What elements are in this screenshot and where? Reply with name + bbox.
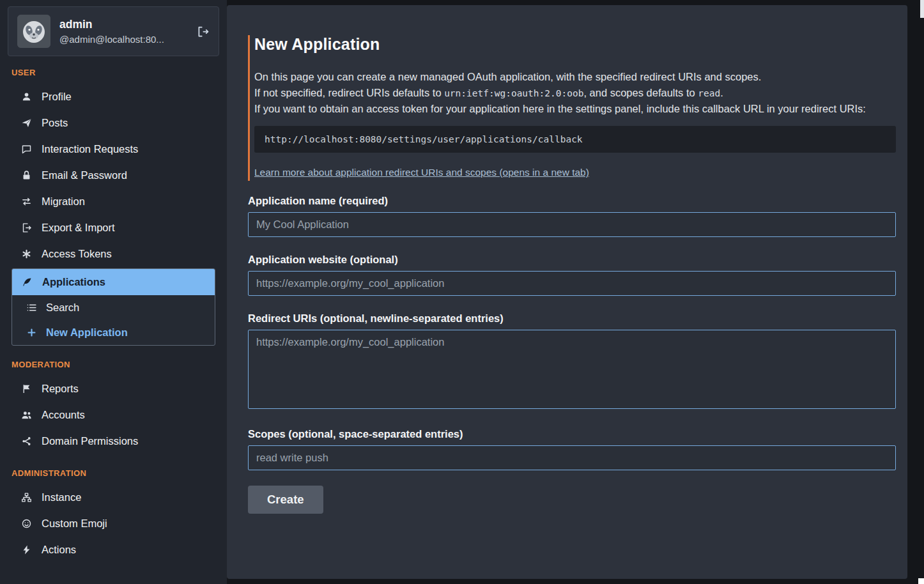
user-name: admin [59, 18, 187, 31]
transfer-arrows-icon [21, 196, 33, 207]
redirect-uris-textarea[interactable] [248, 330, 896, 409]
section-header-user: USER [0, 68, 227, 77]
sidebar-item-label: Accounts [42, 409, 85, 421]
asterisk-icon [21, 249, 33, 259]
text-fragment: , and scopes defaults to [583, 87, 698, 98]
sidebar-item-label: Search [46, 302, 79, 314]
speech-bubble-icon [21, 144, 33, 155]
sidebar-item-access-tokens[interactable]: Access Tokens [0, 241, 227, 267]
application-name-label: Application name (required) [248, 195, 896, 207]
sidebar-item-label: Email & Password [42, 169, 127, 181]
lock-icon [21, 170, 33, 181]
scopes-label: Scopes (optional, space-separated entrie… [248, 428, 896, 440]
sitemap-icon [21, 492, 33, 503]
sidebar-item-posts[interactable]: Posts [0, 110, 227, 136]
flag-icon [21, 383, 33, 394]
application-website-input[interactable] [248, 271, 896, 296]
inline-code-read: read [698, 88, 720, 98]
intro-line-2: If not specified, redirect URIs defaults… [254, 85, 896, 101]
smiley-icon [21, 518, 33, 529]
sidebar-item-label: Posts [42, 117, 68, 129]
sidebar-item-label: Instance [42, 491, 81, 503]
sidebar-item-label: Actions [42, 544, 76, 556]
sidebar-item-applications-search[interactable]: Search [12, 295, 215, 320]
user-card[interactable]: admin @admin@localhost:80... [8, 6, 219, 56]
intro-text: On this page you can create a new manage… [254, 69, 896, 116]
sidebar-item-interaction-requests[interactable]: Interaction Requests [0, 136, 227, 162]
section-header-moderation: MODERATION [0, 360, 227, 369]
sidebar-item-applications[interactable]: Applications [12, 269, 215, 295]
sidebar-item-migration[interactable]: Migration [0, 188, 227, 215]
sidebar-item-actions[interactable]: Actions [0, 537, 227, 563]
sidebar-item-profile[interactable]: Profile [0, 84, 227, 110]
sidebar-item-reports[interactable]: Reports [0, 376, 227, 402]
paper-plane-icon [21, 118, 33, 128]
intro-line-1: On this page you can create a new manage… [254, 69, 896, 85]
file-export-icon [21, 222, 33, 233]
logout-icon[interactable] [196, 25, 210, 38]
list-icon [26, 302, 38, 313]
sidebar-item-domain-permissions[interactable]: Domain Permissions [0, 428, 227, 454]
sidebar-item-label: Export & Import [42, 222, 115, 234]
callback-url-code[interactable]: http://localhost:8080/settings/user/appl… [254, 126, 896, 153]
sidebar-item-label: Reports [42, 383, 79, 395]
application-website-label: Application website (optional) [248, 254, 896, 266]
sidebar-item-label: Access Tokens [42, 248, 112, 260]
feather-icon [22, 277, 33, 288]
inline-code-oob: urn:ietf:wg:oauth:2.0:oob [444, 88, 583, 98]
sidebar-item-applications-new[interactable]: New Application [12, 320, 215, 345]
sidebar-item-label: Profile [42, 91, 72, 103]
sidebar-item-accounts[interactable]: Accounts [0, 402, 227, 428]
bolt-icon [21, 544, 33, 555]
intro-block: New Application On this page you can cre… [248, 35, 896, 181]
plus-icon [26, 327, 38, 338]
create-button[interactable]: Create [248, 486, 323, 514]
user-handle: @admin@localhost:80... [59, 34, 187, 45]
new-application-form: Application name (required) Application … [248, 195, 896, 514]
sidebar-item-export-import[interactable]: Export & Import [0, 215, 227, 241]
intro-line-3: If you want to obtain an access token fo… [254, 101, 896, 117]
person-icon [21, 91, 33, 102]
sidebar-item-label: Migration [42, 196, 85, 208]
vertical-scrollbar-thumb[interactable] [920, 0, 924, 18]
sidebar-item-email-password[interactable]: Email & Password [0, 162, 227, 188]
scrollbar-corner [918, 578, 924, 584]
text-fragment: If not specified, redirect URIs defaults… [254, 87, 444, 98]
learn-more-link[interactable]: Learn more about application redirect UR… [254, 167, 589, 178]
sidebar-item-label: Domain Permissions [42, 435, 138, 447]
share-nodes-icon [21, 436, 33, 447]
page-title: New Application [254, 35, 896, 54]
text-fragment: . [720, 87, 723, 98]
section-header-administration: ADMINISTRATION [0, 468, 227, 478]
new-application-panel: New Application On this page you can cre… [227, 5, 907, 579]
scopes-input[interactable] [248, 445, 896, 470]
applications-group: Applications Search New Application [12, 268, 215, 346]
sidebar: admin @admin@localhost:80... USER Profil… [0, 0, 227, 584]
avatar [17, 15, 50, 48]
application-name-input[interactable] [248, 212, 896, 237]
redirect-uris-label: Redirect URIs (optional, newline-separat… [248, 312, 896, 325]
sidebar-item-label: Interaction Requests [42, 143, 138, 155]
user-meta: admin @admin@localhost:80... [59, 18, 187, 45]
sidebar-item-label: Applications [42, 276, 105, 288]
sidebar-item-custom-emoji[interactable]: Custom Emoji [0, 511, 227, 537]
users-icon [21, 410, 33, 420]
main-area: New Application On this page you can cre… [227, 0, 924, 584]
sidebar-item-label: New Application [46, 327, 128, 339]
sidebar-item-label: Custom Emoji [42, 518, 107, 530]
sidebar-item-instance[interactable]: Instance [0, 484, 227, 511]
